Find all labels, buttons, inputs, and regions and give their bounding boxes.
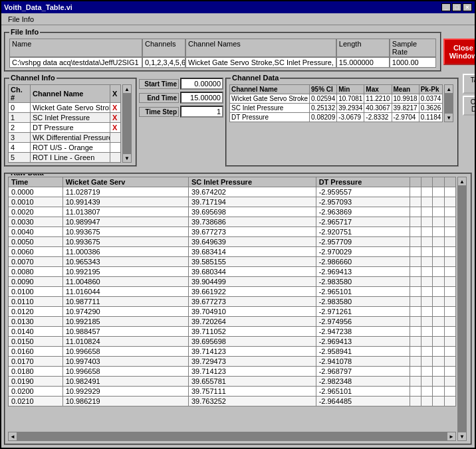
channel-data-to-excel-button[interactable]: ChannelData ToExcel (463, 96, 475, 116)
raw-cell (410, 307, 421, 317)
raw-cell: 0.0210 (9, 397, 63, 406)
ch-scroll-track[interactable] (122, 94, 132, 153)
raw-cell (410, 377, 421, 387)
raw-cell (444, 337, 455, 347)
raw-hscroll-track[interactable] (17, 432, 447, 441)
raw-cell: 39.738686 (188, 217, 316, 227)
raw-vscroll-down[interactable]: ▼ (457, 432, 467, 441)
raw-cell: 0.0080 (9, 267, 63, 277)
raw-cell: -2.958941 (316, 347, 410, 357)
raw-cell: 39.904499 (188, 277, 316, 287)
raw-cell: -2.965101 (316, 387, 410, 397)
raw-cell (410, 387, 421, 397)
raw-cell: -2.974956 (316, 317, 410, 327)
ch-x[interactable] (110, 153, 121, 163)
cd-scrollbar: ▲ ▼ (444, 84, 455, 122)
table-row: 0.001010.99143939.717194-2.957093 (9, 197, 456, 207)
ch-x[interactable] (110, 133, 121, 143)
raw-cell: 0.0010 (9, 197, 63, 207)
close-window-button[interactable]: CloseWindow (443, 39, 475, 65)
menu-bar: File Info (1, 13, 475, 25)
channel-data-table: Channel Name95% CIMinMaxMeanPk-Pk Wicket… (229, 84, 443, 122)
raw-cell (444, 377, 455, 387)
raw-cell (433, 317, 444, 327)
raw-cell: 10.988457 (62, 327, 188, 337)
raw-cell: -2.963869 (316, 207, 410, 217)
right-buttons: Table ToExcel ChannelData ToExcel (463, 74, 475, 167)
raw-cell: 0.0130 (9, 317, 63, 327)
cd-row: SC Inlet Pressure0.2513239.293440.306739… (230, 104, 443, 113)
ch-scroll-up[interactable]: ▲ (122, 84, 132, 94)
time-step-input[interactable] (180, 106, 223, 118)
raw-cell (410, 247, 421, 257)
raw-hscroll-right[interactable]: ► (447, 432, 456, 441)
table-row: 0.019010.98249139.655781-2.982348 (9, 377, 456, 387)
cd-scroll-up[interactable]: ▲ (444, 84, 453, 94)
raw-vscroll-up[interactable]: ▲ (457, 177, 467, 186)
raw-cell (444, 347, 455, 357)
table-row: 0.011010.98771139.677273-2.983580 (9, 297, 456, 307)
cd-cell: 0.1184 (419, 113, 443, 122)
raw-cell (444, 227, 455, 237)
cd-header: Mean (392, 85, 419, 94)
ch-name: ROT I Line - Green (31, 153, 110, 163)
table-row: 0.017010.99740339.729473-2.941078 (9, 357, 456, 367)
table-row: 0.008010.99219539.680344-2.969413 (9, 267, 456, 277)
ch-num: 2 (9, 123, 31, 133)
time-controls: Start Time End Time Time Step (139, 74, 223, 167)
ch-name: SC Inlet Pressure (31, 113, 110, 123)
cd-scroll-track[interactable] (444, 94, 453, 113)
raw-hscroll: ◄ ► (8, 432, 456, 441)
raw-cell: -2.920751 (316, 227, 410, 237)
raw-cell (444, 187, 455, 197)
channel-table-row: 5 ROT I Line - Green (9, 153, 121, 163)
raw-cell: 0.0090 (9, 277, 63, 287)
table-to-excel-button[interactable]: Table ToExcel (463, 74, 475, 94)
raw-cell: 39.720264 (188, 317, 316, 327)
table-row: 0.013010.99218539.720264-2.974956 (9, 317, 456, 327)
title-bar-buttons: _ □ × (441, 3, 472, 11)
minimize-button[interactable]: _ (441, 3, 451, 11)
raw-cell: 0.0150 (9, 337, 63, 347)
menu-file-info[interactable]: File Info (4, 15, 38, 23)
ch-x[interactable]: X (110, 113, 121, 123)
raw-cell: -2.969413 (316, 337, 410, 347)
table-row: 0.015011.01082439.695698-2.969413 (9, 337, 456, 347)
raw-cell (421, 217, 433, 227)
raw-cell (410, 197, 421, 207)
ch-x[interactable] (110, 143, 121, 153)
maximize-button[interactable]: □ (452, 3, 461, 11)
raw-cell (421, 347, 433, 357)
cd-cell: 10.9918 (392, 94, 419, 104)
raw-cell (410, 267, 421, 277)
start-time-row: Start Time (139, 78, 223, 90)
raw-hscroll-left[interactable]: ◄ (8, 432, 17, 441)
close-button[interactable]: × (463, 3, 472, 11)
fi-header-channels: Channels (142, 39, 185, 57)
cd-scroll-down[interactable]: ▼ (444, 113, 453, 122)
ch-x[interactable]: X (110, 103, 121, 113)
raw-cell (410, 227, 421, 237)
raw-cell: 0.0200 (9, 387, 63, 397)
raw-cell: 0.0120 (9, 307, 63, 317)
fi-value-length: 15.000000 (336, 57, 390, 68)
raw-cell: 0.0020 (9, 207, 63, 217)
raw-cell (433, 267, 444, 277)
start-time-input[interactable] (180, 78, 223, 90)
raw-cell (433, 287, 444, 297)
raw-cell: 0.0170 (9, 357, 63, 367)
fi-value-channel-names: Wicket Gate Servo Stroke,SC Inlet Pressu… (185, 57, 336, 68)
ch-x[interactable]: X (110, 123, 121, 133)
ch-scroll-down[interactable]: ▼ (122, 153, 132, 163)
ch-header-name: Channel Name (31, 85, 110, 103)
channel-scrollbar: ▲ ▼ (122, 84, 133, 163)
cd-cell: -2.9704 (392, 113, 419, 122)
raw-cell (433, 337, 444, 347)
end-time-input[interactable] (180, 92, 223, 104)
raw-cell: -2.969413 (316, 267, 410, 277)
raw-cell: 0.0060 (9, 247, 63, 257)
main-window: Voith_Data_Table.vi _ □ × File Info File… (0, 0, 476, 449)
raw-cell: 39.711052 (188, 327, 316, 337)
raw-vscroll-track[interactable] (457, 186, 467, 432)
raw-cell (433, 397, 444, 406)
